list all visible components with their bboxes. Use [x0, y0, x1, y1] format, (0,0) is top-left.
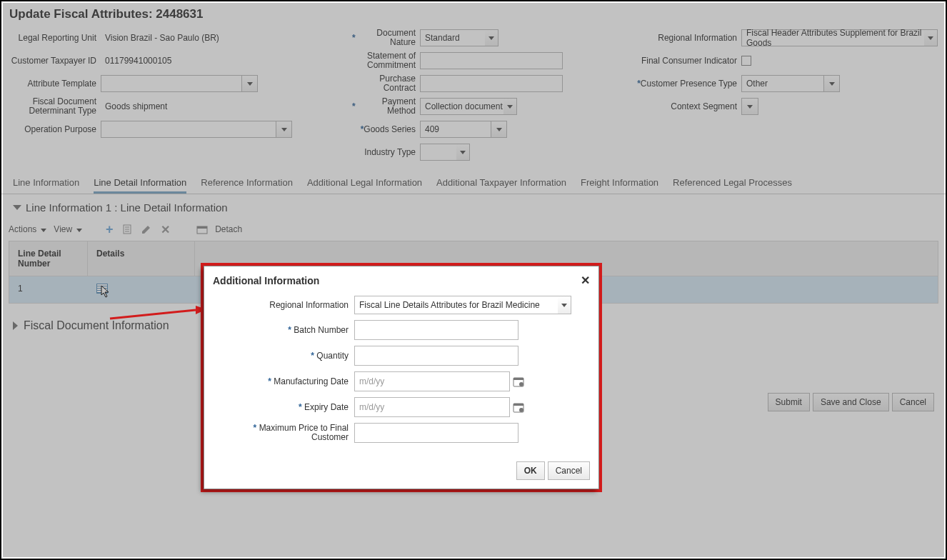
select-context-segment[interactable] [741, 98, 758, 115]
additional-information-dialog: Additional Information ✕ Regional Inform… [201, 263, 602, 492]
select-industry-type[interactable] [420, 144, 470, 161]
edit-icon[interactable] [141, 224, 152, 235]
section-line-detail-title: Line Information 1 : Line Detail Informa… [13, 201, 934, 214]
label-quantity: Quantity [219, 351, 354, 361]
chevron-down-icon [742, 99, 758, 114]
label-industry-type: Industry Type [352, 147, 420, 157]
calendar-icon[interactable] [513, 401, 524, 413]
value-customer-taxpayer-id: 01179941000105 [101, 54, 176, 67]
label-max-price: Maximum Price to Final Customer [219, 424, 354, 442]
select-regional-information[interactable]: Fiscal Header Attributes Supplement for … [741, 29, 938, 46]
tab-referenced-legal-processes[interactable]: Referenced Legal Processes [673, 173, 792, 194]
label-statement-commitment: Statement of Commitment [352, 51, 420, 70]
label-document-nature: Document Nature [352, 29, 420, 47]
submit-button[interactable]: Submit [768, 393, 810, 411]
value-legal-reporting-unit: Vision Brazil - Sao Paulo (BR) [101, 31, 224, 44]
input-max-price[interactable] [354, 423, 518, 443]
label-customer-presence: Customer Presence Type [616, 79, 741, 89]
label-customer-taxpayer-id: Customer Taxpayer ID [9, 56, 101, 66]
checkbox-final-consumer[interactable] [741, 56, 751, 66]
chevron-down-icon [558, 296, 571, 314]
input-batch-number[interactable] [354, 320, 518, 340]
svg-point-10 [519, 382, 523, 386]
svg-rect-5 [197, 226, 207, 229]
chevron-down-icon [456, 144, 469, 160]
label-operation-purpose: Operation Purpose [9, 124, 101, 134]
select-attribute-template[interactable] [101, 75, 258, 92]
label-context-segment: Context Segment [616, 101, 741, 111]
cell-line-detail-number: 1 [9, 276, 88, 303]
label-payment-method: Payment Method [352, 97, 420, 116]
modal-cancel-button[interactable]: Cancel [548, 461, 590, 480]
duplicate-icon[interactable] [122, 224, 134, 235]
label-manufacturing-date: Manufacturing Date [219, 376, 354, 386]
expand-icon[interactable] [13, 321, 18, 330]
tab-freight-information[interactable]: Freight Information [581, 173, 658, 194]
label-attribute-template: Attribute Template [9, 79, 101, 89]
cursor-icon [101, 285, 111, 301]
select-modal-regional-information[interactable]: Fiscal Line Details Attributes for Brazi… [354, 296, 571, 314]
label-batch-number: Batch Number [219, 325, 354, 335]
tab-line-information[interactable]: Line Information [13, 173, 79, 194]
input-expiry-date[interactable] [354, 397, 510, 417]
page-title: Update Fiscal Attributes: 2448631 [9, 7, 938, 21]
tab-line-detail-information[interactable]: Line Detail Information [94, 173, 186, 194]
label-expiry-date: Expiry Date [219, 402, 354, 412]
detach-icon[interactable] [196, 224, 208, 235]
close-icon[interactable]: ✕ [581, 274, 590, 287]
save-and-close-button[interactable]: Save and Close [813, 393, 889, 411]
chevron-down-icon [241, 76, 257, 91]
select-customer-presence[interactable]: Other [741, 75, 840, 92]
input-manufacturing-date[interactable] [354, 371, 510, 391]
label-final-consumer: Final Consumer Indicator [616, 56, 741, 66]
input-quantity[interactable] [354, 346, 518, 366]
chevron-down-icon [491, 121, 506, 137]
select-payment-method[interactable]: Collection document [420, 98, 517, 115]
select-operation-purpose[interactable] [101, 121, 292, 138]
chevron-down-icon [485, 30, 498, 46]
detach-label[interactable]: Detach [215, 224, 242, 234]
tab-additional-taxpayer-information[interactable]: Additional Taxpayer Information [436, 173, 566, 194]
svg-point-13 [519, 408, 523, 412]
svg-rect-12 [513, 404, 523, 406]
input-purchase-contract[interactable] [420, 75, 563, 92]
calendar-icon[interactable] [513, 376, 524, 387]
svg-rect-9 [513, 378, 523, 380]
chevron-down-icon [503, 99, 516, 114]
cancel-button[interactable]: Cancel [892, 393, 934, 411]
chevron-down-icon [823, 76, 839, 91]
label-modal-regional-information: Regional Information [219, 300, 354, 310]
menu-actions[interactable]: Actions [9, 224, 46, 234]
tab-reference-information[interactable]: Reference Information [201, 173, 293, 194]
label-goods-series: Goods Series [352, 124, 420, 134]
label-fiscal-doc-determinant: Fiscal Document Determinant Type [9, 97, 101, 116]
value-fiscal-doc-determinant: Goods shipment [101, 100, 171, 113]
collapse-icon[interactable] [13, 205, 21, 210]
modal-title: Additional Information [213, 275, 319, 286]
label-regional-information: Regional Information [616, 33, 741, 43]
input-statement-commitment[interactable] [420, 52, 563, 69]
col-details: Details [88, 241, 195, 276]
menu-view[interactable]: View [54, 224, 82, 234]
select-goods-series[interactable]: 409 [420, 121, 507, 138]
ok-button[interactable]: OK [516, 461, 545, 480]
col-line-detail-number: Line Detail Number [9, 241, 88, 276]
chevron-down-icon [924, 30, 937, 46]
tabs: Line Information Line Detail Information… [1, 173, 946, 194]
chevron-down-icon [276, 121, 291, 137]
select-document-nature[interactable]: Standard [420, 29, 498, 46]
delete-icon[interactable]: ✕ [159, 224, 171, 235]
add-icon[interactable]: + [104, 224, 115, 235]
label-purchase-contract: Purchase Contract [352, 74, 420, 93]
label-legal-reporting-unit: Legal Reporting Unit [9, 33, 101, 43]
tab-additional-legal-information[interactable]: Additional Legal Information [307, 173, 422, 194]
